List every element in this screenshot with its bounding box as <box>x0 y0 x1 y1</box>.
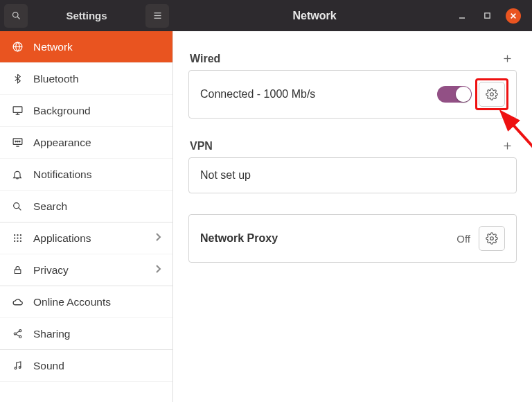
titlebar-left: Settings <box>0 0 173 31</box>
close-button[interactable] <box>506 8 521 24</box>
maximize-button[interactable] <box>481 10 493 22</box>
close-icon <box>510 12 517 19</box>
svg-point-22 <box>19 234 21 236</box>
maximize-icon <box>484 12 491 19</box>
chevron-right-icon <box>154 264 161 277</box>
apps-icon <box>11 232 24 245</box>
sidebar-item-label: Background <box>33 105 91 117</box>
sidebar-item-background[interactable]: Background <box>0 95 172 127</box>
svg-point-27 <box>17 241 18 242</box>
plus-icon <box>502 53 513 64</box>
wired-header: Wired <box>188 52 517 70</box>
vpn-heading: VPN <box>190 140 213 152</box>
svg-line-33 <box>16 331 19 333</box>
sidebar-item-bluetooth[interactable]: Bluetooth <box>0 63 172 95</box>
vpn-add-button[interactable] <box>502 139 513 153</box>
minimize-button[interactable] <box>456 10 468 22</box>
sidebar-item-online-accounts[interactable]: Online Accounts <box>0 286 172 318</box>
svg-point-23 <box>14 237 15 238</box>
svg-point-0 <box>12 12 18 18</box>
search-button[interactable] <box>4 4 28 28</box>
music-note-icon <box>11 360 24 372</box>
sidebar-item-label: Search <box>33 200 67 213</box>
svg-point-25 <box>19 237 21 238</box>
appearance-icon <box>11 137 24 149</box>
sidebar-item-label: Privacy <box>33 264 69 277</box>
sidebar-item-label: Sharing <box>33 328 70 340</box>
sidebar-item-label: Bluetooth <box>33 73 79 85</box>
svg-point-35 <box>15 367 17 369</box>
svg-point-16 <box>19 141 19 141</box>
page-title: Network <box>173 10 456 22</box>
wired-settings-button[interactable] <box>479 82 505 107</box>
gear-icon <box>486 232 498 245</box>
wired-heading: Wired <box>190 53 220 65</box>
gear-icon <box>486 88 498 101</box>
sidebar-item-label: Network <box>33 41 73 53</box>
window-controls <box>456 8 525 24</box>
sidebar-item-label: Appearance <box>33 137 91 149</box>
sidebar-item-privacy[interactable]: Privacy <box>0 254 172 286</box>
network-proxy-row[interactable]: Network Proxy Off <box>188 214 517 263</box>
svg-point-20 <box>14 234 15 236</box>
titlebar: Settings Network <box>0 0 532 31</box>
svg-point-15 <box>17 141 17 141</box>
proxy-value: Off <box>456 233 470 245</box>
display-icon <box>11 105 24 117</box>
chevron-right-icon <box>154 232 161 245</box>
sidebar-item-notifications[interactable]: Notifications <box>0 159 172 191</box>
wired-toggle[interactable] <box>437 86 472 103</box>
svg-point-24 <box>17 237 18 238</box>
bell-icon <box>11 168 24 181</box>
sidebar-item-label: Notifications <box>33 168 91 181</box>
svg-rect-6 <box>484 13 489 18</box>
svg-point-42 <box>490 237 494 241</box>
sidebar-item-applications[interactable]: Applications <box>0 222 172 254</box>
proxy-heading: Network Proxy <box>200 232 456 245</box>
toggle-knob <box>456 87 471 102</box>
hamburger-icon <box>152 10 163 21</box>
svg-point-28 <box>19 241 21 242</box>
minimize-icon <box>458 12 466 20</box>
search-icon <box>11 10 21 21</box>
svg-point-26 <box>14 241 15 242</box>
svg-point-36 <box>19 367 21 369</box>
svg-line-19 <box>19 207 21 210</box>
sidebar-item-label: Online Accounts <box>33 296 111 308</box>
svg-point-18 <box>14 202 19 208</box>
main-content: Wired Connected - 1000 Mb/s VPN Not set … <box>173 31 532 402</box>
svg-line-34 <box>16 334 19 336</box>
proxy-settings-button[interactable] <box>479 226 505 251</box>
app-title: Settings <box>32 10 141 21</box>
svg-point-21 <box>17 234 18 236</box>
sidebar-item-search[interactable]: Search <box>0 191 172 222</box>
hamburger-button[interactable] <box>145 4 169 28</box>
sidebar-item-label: Sound <box>33 360 64 372</box>
svg-point-39 <box>490 93 494 96</box>
bluetooth-icon <box>11 73 24 85</box>
sidebar-item-sound[interactable]: Sound <box>0 350 172 382</box>
svg-rect-10 <box>13 107 22 113</box>
vpn-row[interactable]: Not set up <box>188 157 517 193</box>
wired-add-button[interactable] <box>502 52 513 66</box>
svg-rect-29 <box>15 270 21 274</box>
plus-icon <box>502 141 513 151</box>
vpn-header: VPN <box>188 139 517 157</box>
sidebar-item-appearance[interactable]: Appearance <box>0 127 172 159</box>
cloud-icon <box>11 296 24 308</box>
sidebar: Network Bluetooth Background Appearance … <box>0 31 173 402</box>
search-icon <box>11 200 24 213</box>
lock-icon <box>11 264 24 277</box>
globe-icon <box>11 41 24 53</box>
svg-line-1 <box>17 17 19 19</box>
wired-status: Connected - 1000 Mb/s <box>200 88 437 101</box>
sidebar-item-network[interactable]: Network <box>0 31 172 63</box>
sidebar-item-label: Applications <box>33 232 91 245</box>
svg-point-14 <box>15 141 15 141</box>
sidebar-item-sharing[interactable]: Sharing <box>0 318 172 350</box>
vpn-status: Not set up <box>200 169 505 182</box>
wired-connection-row: Connected - 1000 Mb/s <box>188 70 517 119</box>
titlebar-right: Network <box>173 0 532 31</box>
share-icon <box>11 328 24 340</box>
